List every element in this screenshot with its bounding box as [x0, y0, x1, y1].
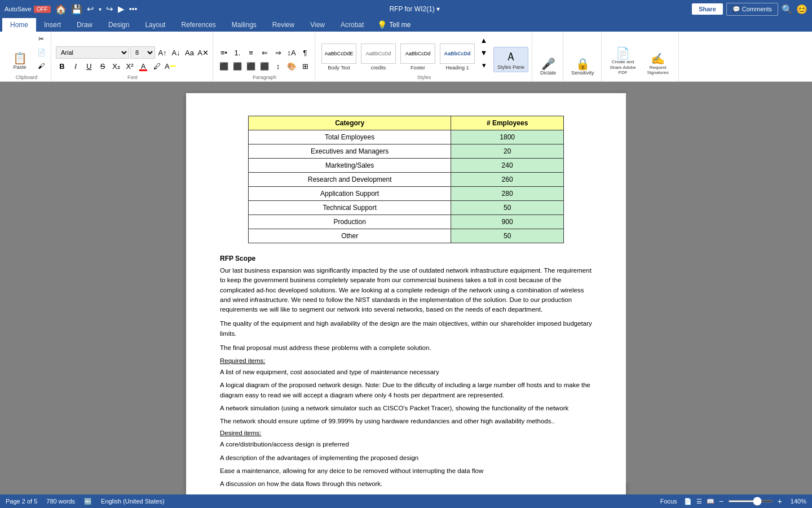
tab-mailings[interactable]: Mailings	[224, 18, 264, 32]
align-right-button[interactable]: ⬛	[245, 60, 257, 72]
cut-button[interactable]: ✂	[35, 33, 47, 45]
highlight-button[interactable]: 🖊	[151, 60, 163, 72]
share-button[interactable]: Share	[692, 3, 723, 15]
undo-icon[interactable]: ↩	[87, 4, 94, 14]
document-title: RFP for WI2(1) ▾	[142, 5, 687, 13]
decrease-indent-button[interactable]: ⇐	[258, 46, 271, 59]
undo-dropdown-icon[interactable]: ▾	[99, 6, 102, 12]
sort-button[interactable]: ↕A	[285, 46, 298, 59]
zoom-in-icon[interactable]: +	[778, 497, 782, 506]
styles-pane-button[interactable]: Ａ Styles Pane	[493, 47, 528, 72]
document-area[interactable]: Category # Employees Total Employees 180…	[0, 82, 812, 494]
des-item-1: A core/distribution/access design is pre…	[220, 440, 592, 449]
text-color-button[interactable]: A	[137, 60, 149, 72]
multilevel-list-button[interactable]: ≡	[245, 46, 257, 59]
tab-design[interactable]: Design	[100, 18, 137, 32]
style-body-text[interactable]: AaBbCcDdE Body Text	[320, 42, 358, 72]
style-footer[interactable]: AaBbCcDd Footer	[399, 42, 437, 72]
clear-format-button[interactable]: A✕	[197, 46, 209, 59]
document-page: Category # Employees Total Employees 180…	[186, 93, 626, 494]
align-center-button[interactable]: ⬛	[231, 60, 244, 72]
align-left-button[interactable]: ⬛	[218, 60, 230, 72]
comments-button[interactable]: 💬 Comments	[726, 3, 778, 16]
borders-button[interactable]: ⊞	[299, 60, 311, 72]
signature-icon: ✍	[651, 53, 665, 64]
tab-acrobat[interactable]: Acrobat	[333, 18, 372, 32]
dictate-group: 🎤 Dictate	[533, 33, 563, 81]
font-size-select[interactable]: 8	[130, 46, 155, 59]
styles-pane-icon: Ａ	[505, 49, 517, 64]
style-heading1[interactable]: AaBbCcDd Heading 1	[438, 42, 476, 72]
table-row: Research and Development 260	[249, 173, 564, 187]
tell-me-button[interactable]: 💡 Tell me	[372, 18, 416, 32]
strikethrough-button[interactable]: S	[96, 60, 109, 72]
sensitivity-button[interactable]: 🔒 Sensitivity	[568, 56, 598, 78]
create-share-pdf-button[interactable]: 📄 Create and Share Adobe PDF	[606, 45, 640, 78]
spell-check-icon[interactable]: 🔤	[84, 498, 92, 505]
tab-insert[interactable]: Insert	[36, 18, 69, 32]
subscript-button[interactable]: X₂	[110, 60, 122, 72]
copy-button[interactable]: 📄	[35, 46, 47, 59]
table-row: Other 50	[249, 229, 564, 243]
format-painter-button[interactable]: 🖌	[35, 60, 47, 72]
style-credits[interactable]: AaBbCcDd credits	[359, 42, 398, 72]
clipboard-group: 📋 Paste ✂ 📄 🖌 Clipboard	[2, 33, 51, 81]
ribbon-tabs: Home Insert Draw Design Layout Reference…	[0, 18, 812, 32]
autosave-state[interactable]: OFF	[34, 6, 51, 13]
styles-more[interactable]: ▾	[478, 59, 490, 71]
view-mode-icon[interactable]: ☰	[696, 498, 702, 505]
tab-view[interactable]: View	[302, 18, 333, 32]
styles-scroll-down[interactable]: ▼	[478, 46, 490, 59]
paragraph-group: ≡• 1. ≡ ⇐ ⇒ ↕A ¶ ⬛ ⬛ ⬛ ⬛ ↕ 🎨	[214, 33, 315, 81]
layout-icon[interactable]: 📄	[684, 498, 692, 505]
autosave-control[interactable]: AutoSave OFF	[5, 6, 51, 13]
tab-layout[interactable]: Layout	[137, 18, 173, 32]
present-icon[interactable]: ▶	[118, 4, 125, 14]
underline-button[interactable]: U	[83, 60, 95, 72]
zoom-slider[interactable]	[728, 500, 773, 502]
italic-button[interactable]: I	[69, 60, 82, 72]
bullets-button[interactable]: ≡•	[218, 46, 230, 59]
zoom-level[interactable]: 140%	[787, 498, 806, 505]
des-item-4: A discussion on how the data flows throu…	[220, 479, 592, 489]
save-icon[interactable]: 💾	[71, 4, 82, 15]
styles-scroll-up[interactable]: ▲	[478, 34, 490, 46]
request-signatures-button[interactable]: ✍ Request Signatures	[641, 51, 675, 78]
font-shrink-button[interactable]: A↓	[170, 46, 182, 59]
smiley-icon[interactable]: 😊	[796, 4, 807, 15]
superscript-button[interactable]: X²	[123, 60, 136, 72]
font-name-select[interactable]: Arial	[56, 46, 129, 59]
redo-icon[interactable]: ↪	[106, 4, 113, 14]
font-color-button[interactable]: A	[164, 60, 176, 72]
table-row: Total Employees 1800	[249, 130, 564, 144]
focus-button[interactable]: Focus	[658, 498, 679, 505]
table-row: Production 900	[249, 215, 564, 229]
required-items-label: Required items:	[220, 357, 592, 364]
change-case-button[interactable]: Aa	[183, 46, 196, 59]
numbering-button[interactable]: 1.	[231, 46, 244, 59]
dictate-button[interactable]: 🎤 Dictate	[537, 56, 559, 78]
zoom-out-icon[interactable]: −	[719, 497, 723, 506]
sensitivity-group: 🔒 Sensitivity	[564, 33, 602, 81]
microphone-icon: 🎤	[541, 58, 555, 69]
line-spacing-button[interactable]: ↕	[272, 60, 284, 72]
page-info: Page 2 of 5	[6, 498, 37, 505]
font-grow-button[interactable]: A↑	[156, 46, 169, 59]
justify-button[interactable]: ⬛	[258, 60, 271, 72]
more-icon[interactable]: •••	[129, 5, 138, 14]
employees-table: Category # Employees Total Employees 180…	[248, 116, 564, 243]
increase-indent-button[interactable]: ⇒	[272, 46, 284, 59]
paste-button[interactable]: 📋 Paste	[6, 50, 34, 72]
tab-references[interactable]: References	[173, 18, 223, 32]
tab-draw[interactable]: Draw	[69, 18, 100, 32]
home-icon[interactable]: 🏠	[55, 4, 67, 15]
show-marks-button[interactable]: ¶	[299, 46, 311, 59]
adobe-group: 📄 Create and Share Adobe PDF ✍ Request S…	[603, 33, 679, 81]
shading-button[interactable]: 🎨	[285, 60, 298, 72]
search-icon[interactable]: 🔍	[782, 4, 793, 15]
tab-home[interactable]: Home	[2, 18, 36, 32]
language[interactable]: English (United States)	[101, 498, 165, 505]
tab-review[interactable]: Review	[264, 18, 302, 32]
bold-button[interactable]: B	[56, 60, 68, 72]
read-mode-icon[interactable]: 📖	[707, 498, 714, 505]
